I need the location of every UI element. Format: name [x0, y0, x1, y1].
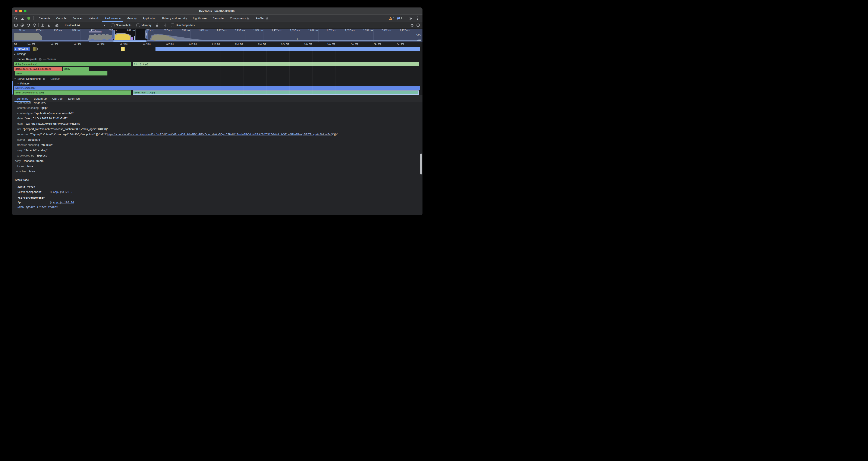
download-profile-icon[interactable] — [46, 23, 52, 28]
network-resize-handle[interactable] — [37, 48, 38, 50]
tab-application[interactable]: Application — [140, 15, 159, 22]
timeline-event-await-fetch-api-[interactable]: await fetch (…/api) — [133, 90, 419, 95]
source-location-link[interactable]: App.js:128:9 — [53, 190, 72, 194]
frame-at: @ — [50, 190, 52, 194]
source-location-link[interactable]: App.js:190:16 — [53, 201, 74, 204]
timeline-event-netblue[interactable] — [155, 47, 420, 51]
selection-handle-left[interactable] — [112, 30, 115, 39]
tab-profiler[interactable]: Profiler — [252, 15, 271, 22]
nodejs-icon[interactable] — [26, 16, 32, 21]
track-gridline — [151, 47, 151, 95]
inspect-element-icon[interactable] — [13, 16, 19, 21]
tab-recorder[interactable]: Recorder — [210, 15, 227, 22]
tab-privacy-and-security[interactable]: Privacy and security — [159, 15, 190, 22]
record-and-reload-icon[interactable] — [26, 23, 31, 28]
tab-bottom-up[interactable]: Bottom-up — [31, 95, 50, 102]
tab-memory[interactable]: Memory — [124, 15, 140, 22]
scrollbar-thumb[interactable] — [420, 153, 422, 174]
tab-event-log[interactable]: Event log — [65, 95, 83, 102]
home-icon[interactable] — [54, 23, 60, 28]
tab-performance[interactable]: Performance — [102, 15, 123, 22]
selection-handle-right[interactable] — [146, 30, 148, 39]
collapse-triangle-icon: ▼ — [14, 78, 16, 80]
devtools-window: DevTools - localhost:3000/ — [12, 7, 423, 215]
memory-checkbox[interactable]: Memory — [136, 24, 151, 27]
record-icon[interactable] — [20, 23, 25, 28]
collect-garbage-icon[interactable] — [154, 23, 160, 28]
server-components-track-header[interactable]: ▼ Server Components — Custom — [12, 77, 423, 81]
stack-frame: await fetch — [18, 185, 423, 189]
dim-3rd-parties-checkbox[interactable]: Dim 3rd parties — [171, 24, 194, 27]
detail-row-body: bodyReadableStream — [12, 159, 423, 164]
overview-tick-label: 2,097 ms — [375, 29, 391, 31]
checkbox-box — [136, 24, 140, 27]
tab-label: Components — [230, 17, 246, 20]
history-select[interactable]: localhost #4 — [63, 23, 107, 28]
detail-key: body — [15, 159, 21, 163]
network-track-label[interactable]: ▶ Network — [14, 47, 30, 51]
settings-gear-icon[interactable] — [407, 16, 413, 21]
warnings-badge[interactable]: 1 — [389, 17, 395, 20]
kebab-menu-icon[interactable] — [415, 16, 420, 21]
upload-profile-icon[interactable] — [40, 23, 45, 28]
detail-value: false — [29, 170, 35, 173]
summary-details-pane: connection"keep-alive"content-encoding"g… — [12, 102, 423, 175]
timeline-event-servercomponent[interactable]: ServerComponent — [14, 86, 420, 90]
timings-track-label[interactable]: ▶ Timings — [12, 52, 423, 56]
detail-row-vary: vary"Accept-Encoding" — [12, 148, 423, 153]
device-toolbar-icon[interactable] — [20, 16, 25, 21]
timeline-event-await-delay-deferred-text-[interactable]: await delay (deferred text) — [14, 90, 131, 95]
track-custom-suffix: — Custom — [43, 58, 56, 61]
performance-settings-gear-icon[interactable] — [409, 23, 414, 28]
divider — [38, 23, 39, 27]
timeline-event-delay[interactable]: delay — [15, 71, 107, 76]
show-ignore-listed-frames-link[interactable]: Show ignore-listed frames — [18, 205, 58, 208]
tab-sources[interactable]: Sources — [69, 15, 86, 22]
timeline-event-delay[interactable]: delay — [63, 67, 89, 71]
timeline-overview[interactable]: 97 ms197 ms297 ms397 ms497 ms597 ms697 m… — [12, 29, 423, 42]
timeline-event-yellow[interactable] — [121, 47, 125, 51]
toggle-sidebar-icon[interactable] — [13, 23, 19, 28]
detail-value: "keep-alive" — [33, 102, 48, 104]
clear-icon[interactable] — [32, 23, 37, 28]
drag-grip-icon[interactable] — [31, 48, 32, 50]
messages-badge[interactable]: 1 — [396, 17, 402, 20]
tab-console[interactable]: Console — [53, 15, 69, 22]
server-requests-track-header[interactable]: ▼ Server Requests — Custom — [12, 57, 423, 62]
checkbox-label: Screenshots — [116, 24, 131, 27]
ruler-tick-label: 717 ms — [363, 42, 381, 45]
tab-label: Console — [56, 17, 66, 20]
ruler-tick-label: 667 ms — [248, 42, 266, 45]
tab-label: Memory — [127, 17, 137, 20]
stack-frame: <ServerComponent> — [18, 196, 423, 199]
ruler-tick-label: 637 ms — [179, 42, 197, 45]
detail-key: report-to — [17, 133, 28, 136]
tab-summary[interactable]: Summary — [14, 95, 31, 102]
tab-network[interactable]: Network — [86, 15, 102, 22]
detail-row-x-powered-by: x-powered-by"Express" — [12, 153, 423, 159]
timeline-event-delayederror-ayed-exception-[interactable]: delayedError (…ayed exception) — [14, 67, 62, 71]
primary-group-label[interactable]: ▼ Primary — [12, 81, 423, 86]
tab-components[interactable]: Components — [227, 15, 253, 22]
detail-row-server: server"cloudflare" — [12, 137, 423, 143]
react-atom-icon — [39, 58, 42, 61]
tab-elements[interactable]: Elements — [36, 15, 53, 22]
collapse-sections-icon[interactable] — [162, 23, 168, 28]
timeline-event-fetch-api-[interactable]: fetch (…/api) — [133, 62, 419, 66]
overview-tick-label: 1,197 ms — [210, 29, 226, 31]
cpu-lane-label: CPU — [416, 33, 421, 36]
tab-call-tree[interactable]: Call tree — [50, 95, 65, 102]
server-requests-row: delayedError (…ayed exception)delay — [12, 66, 423, 71]
ruler-tick-label: 607 ms — [110, 42, 127, 45]
checkbox-box — [171, 24, 174, 27]
timeline-event-delay-deferred-text-[interactable]: delay (deferred text) — [14, 62, 131, 66]
report-url-link[interactable]: https://a.nel.cloudflare.com/report/v4?s… — [107, 133, 332, 136]
tab-lighthouse[interactable]: Lighthouse — [190, 15, 210, 22]
checkbox-box — [111, 24, 115, 27]
track-label-text: Timings — [17, 53, 26, 56]
help-icon[interactable]: ? — [415, 23, 421, 28]
detail-value: "Express" — [36, 154, 48, 157]
screenshots-checkbox[interactable]: Screenshots — [111, 24, 131, 27]
tab-label: Lighthouse — [193, 17, 207, 20]
collapse-triangle-icon: ▼ — [14, 58, 16, 60]
